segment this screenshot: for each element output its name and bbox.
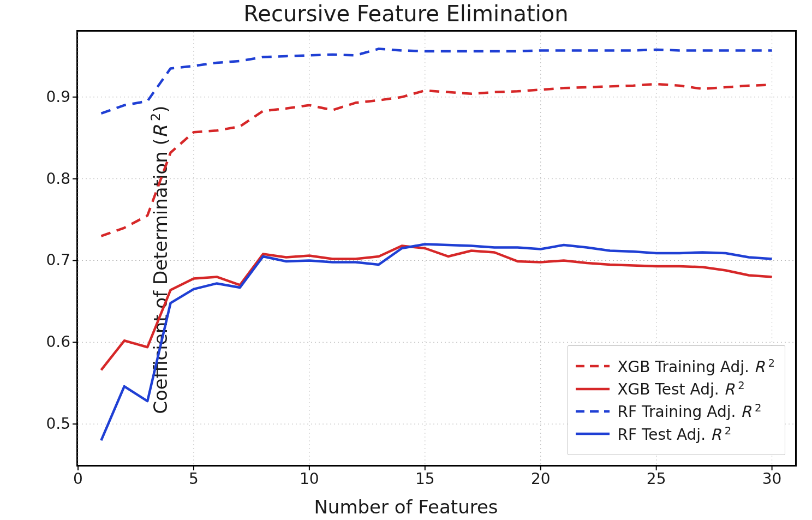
legend-swatch [576,407,610,416]
y-tick-label: 0.5 [46,416,70,432]
x-tick-label: 15 [415,471,435,487]
legend-label: RF Test Adj. R 2 [617,425,731,444]
legend-label: RF Training Adj. R 2 [617,402,761,421]
legend-label: XGB Test Adj. R 2 [617,379,744,398]
legend-swatch [576,385,610,393]
y-tick-label: 0.9 [46,89,70,105]
x-tick-label: 10 [300,471,319,487]
legend-swatch [576,362,610,370]
series-line [101,84,772,236]
legend-entry: XGB Test Adj. R 2 [576,379,775,398]
x-tick-label: 5 [189,471,199,487]
legend-label: XGB Training Adj. R 2 [617,357,775,376]
chart-figure: Recursive Feature Elimination Coefficien… [0,0,812,520]
legend-entry: RF Test Adj. R 2 [576,425,775,444]
legend-entry: RF Training Adj. R 2 [576,402,775,421]
x-axis-label: Number of Features [0,496,812,518]
y-tick-label: 0.8 [46,171,70,187]
series-line [101,49,772,113]
x-tick-label: 20 [531,471,551,487]
y-tick-label: 0.6 [46,334,70,350]
legend-swatch [576,429,610,438]
x-tick-label: 25 [647,471,666,487]
legend-entry: XGB Training Adj. R 2 [576,357,775,376]
plot-area: XGB Training Adj. R 2XGB Test Adj. R 2RF… [76,30,797,467]
x-tick-label: 30 [762,471,782,487]
legend: XGB Training Adj. R 2XGB Test Adj. R 2RF… [568,345,785,455]
x-tick-label: 0 [73,471,83,487]
y-tick-label: 0.7 [46,253,70,268]
